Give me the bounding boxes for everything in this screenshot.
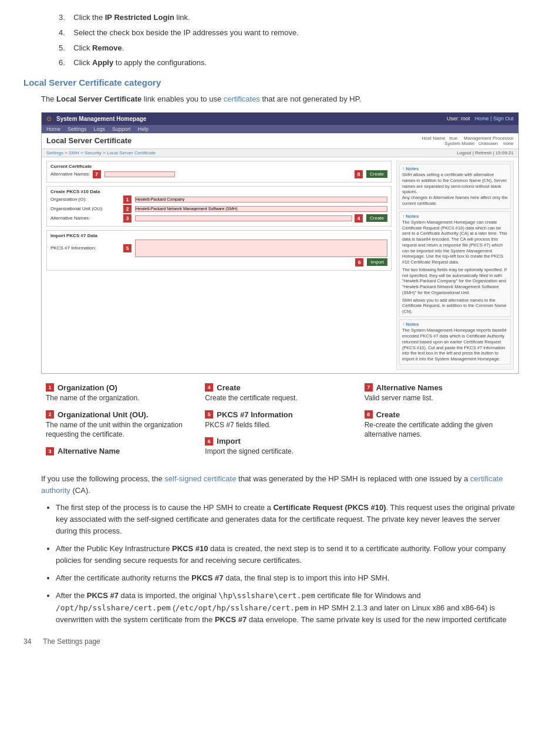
badge-4-create: 4 <box>355 214 363 222</box>
smh-left-panel: Current Certificate Alternative Names: 7… <box>46 161 392 370</box>
callout-5-text: PKCS #7 fields filled. <box>205 420 355 430</box>
smh-logo: System Management Homepage <box>56 116 146 122</box>
callout-3: 3 Alternative Name <box>46 447 195 455</box>
ou-label: Organizational Unit (OU): <box>50 206 121 211</box>
intro-bold: Local Server Certificate <box>56 94 141 103</box>
callout-6-heading: 6 Import <box>205 437 355 445</box>
note-1-text: SMH allows setting a certificate with al… <box>402 172 508 195</box>
smh-breadcrumb: Settings > SMH > Security > Local Server… <box>46 150 156 156</box>
smh-title-bar: Local Server Certificate Host Name true:… <box>42 133 518 149</box>
note-3-text: The System Management Homepage imports b… <box>402 328 508 362</box>
nav-settings[interactable]: Settings <box>68 126 87 132</box>
callout-1-heading: 1 Organization (O) <box>46 383 195 392</box>
create-pkcs10-btn[interactable]: Create <box>366 214 387 222</box>
smh-info: Host Name true: Management Processor Sys… <box>421 136 514 146</box>
ou-input[interactable] <box>135 206 387 212</box>
screenshot-box: ⊙ System Management Homepage User: root … <box>41 112 519 374</box>
pkcs10-alt-label: Alternative Names: <box>50 215 121 221</box>
org-row: Organization (O): 1 <box>50 195 387 204</box>
cert-path-linux: /opt/hp/sslshare/cert.pem <box>56 603 171 612</box>
body-bullet-list: The first step of the process is to caus… <box>56 502 519 626</box>
callout-2-text: The name of the unit within the organiza… <box>46 420 195 440</box>
note-1: ↑ Notes SMH allows setting a certificate… <box>399 164 511 209</box>
step-3: 3. Click the IP Restricted Login link. <box>59 12 537 24</box>
badge-callout-2: 2 <box>46 410 54 418</box>
nav-home[interactable]: Home <box>46 126 60 132</box>
note-2: ↑ Notes The System Management Homepage c… <box>399 211 511 317</box>
callout-1: 1 Organization (O) The name of the organ… <box>46 383 195 403</box>
callout-7-heading: 7 Alternative Names <box>365 383 514 392</box>
badge-callout-8: 8 <box>365 410 373 418</box>
pkcs7-input[interactable] <box>135 239 387 257</box>
smh-page-title: Local Server Certificate <box>46 136 131 145</box>
import-row: 6 Import <box>50 258 387 266</box>
pkcs7-label: Import PKCS #7 Data <box>50 233 387 238</box>
alt-names-input[interactable] <box>104 171 175 177</box>
callout-col-3: 7 Alternative Names Valid server name li… <box>360 383 519 464</box>
pkcs10-alt-row: Alternative Names: 3 4 Create <box>50 214 387 222</box>
callout-1-text: The name of the organization. <box>46 393 195 403</box>
badge-2-ou: 2 <box>123 205 131 213</box>
intro-text: The Local Server Certificate link enable… <box>41 93 537 105</box>
note-2-text2: The two following fields may be optional… <box>402 267 508 296</box>
badge-3-alt: 3 <box>123 214 131 222</box>
ou-row: Organizational Unit (OU): 2 <box>50 205 387 213</box>
badge-5-pkcs7: 5 <box>123 244 131 252</box>
cert-path-windows: \hp\sslshare\cert.pem <box>219 591 315 600</box>
step-4: 4. Select the check box beside the IP ad… <box>59 27 537 39</box>
cert-authority-link[interactable]: certificate authority <box>41 474 503 495</box>
nav-logs[interactable]: Logs <box>94 126 106 132</box>
bullet-1: The first step of the process is to caus… <box>56 502 519 537</box>
badge-6-import: 6 <box>355 258 363 266</box>
nav-support[interactable]: Support <box>112 126 131 132</box>
badge-callout-5: 5 <box>205 410 213 418</box>
note-2-text3: SMH allows you to add alternative names … <box>402 298 508 315</box>
note-2-title: ↑ Notes <box>402 214 508 220</box>
callout-8-heading: 8 Create <box>365 410 514 419</box>
callout-8: 8 Create Re-create the certificate addin… <box>365 410 514 440</box>
callout-col-2: 4 Create Create the certificate request.… <box>200 383 359 464</box>
bullet-4: After the PKCS #7 data is imported, the … <box>56 590 519 625</box>
badge-callout-7: 7 <box>365 383 373 391</box>
callout-grid: 1 Organization (O) The name of the organ… <box>41 383 519 464</box>
body-para-1: If you use the following process, the se… <box>41 473 519 497</box>
smh-toolbar: Logout | Refresh | 15:09:21 <box>457 150 514 156</box>
badge-1-org: 1 <box>123 195 131 204</box>
badge-callout-4: 4 <box>205 383 213 391</box>
footer: 34 The Settings page <box>23 637 537 646</box>
page-number: 34 <box>23 637 31 646</box>
callout-4-text: Create the certificate request. <box>205 393 355 403</box>
callout-7-text: Valid server name list. <box>365 393 514 403</box>
create-cert-btn[interactable]: Create <box>366 170 387 178</box>
pkcs7-info-label: PKCS #7 Information: <box>50 245 121 251</box>
page-label: The Settings page <box>43 637 100 646</box>
smh-header: ⊙ System Management Homepage User: root … <box>42 113 518 125</box>
note-1-text2: Any changes in Alternative Names here af… <box>402 195 508 207</box>
import-btn[interactable]: Import <box>367 258 387 266</box>
callout-6-text: Import the signed certificate. <box>205 447 355 457</box>
callout-3-heading: 3 Alternative Name <box>46 447 195 455</box>
bullet-2: After the Public Key Infrastructure PKCS… <box>56 543 519 566</box>
self-signed-cert-link[interactable]: self-signed certificate <box>164 474 236 483</box>
callout-col-1: 1 Organization (O) The name of the organ… <box>41 383 200 464</box>
smh-nav-links: Home | Sign Out <box>475 116 514 121</box>
badge-7: 7 <box>93 170 101 178</box>
alt-names-label: Alternative Names: <box>50 171 90 177</box>
certificates-link[interactable]: certificates <box>224 94 260 103</box>
badge-8: 8 <box>355 170 363 178</box>
callout-5-heading: 5 PKCS #7 Information <box>205 410 355 419</box>
note-3: ↑ Notes The System Management Homepage i… <box>399 319 511 364</box>
callout-4-heading: 4 Create <box>205 383 355 392</box>
nav-help[interactable]: Help <box>138 126 149 132</box>
note-1-title: ↑ Notes <box>402 166 508 172</box>
org-input[interactable] <box>135 197 387 202</box>
step-5: 5. Click Remove. <box>59 42 537 55</box>
callout-8-text: Re-create the certificate adding the giv… <box>365 420 514 440</box>
note-2-text: The System Management Homepage can creat… <box>402 220 508 265</box>
smh-main-content: Current Certificate Alternative Names: 7… <box>42 157 518 373</box>
callout-4: 4 Create Create the certificate request. <box>205 383 355 403</box>
smh-right-panel: ↑ Notes SMH allows setting a certificate… <box>396 161 514 370</box>
current-cert-section: Current Certificate Alternative Names: 7… <box>46 161 392 183</box>
cert-path-linux-alt: /etc/opt/hp/sslshare/cert.pem <box>176 603 309 612</box>
pkcs10-alt-input[interactable] <box>135 215 352 221</box>
